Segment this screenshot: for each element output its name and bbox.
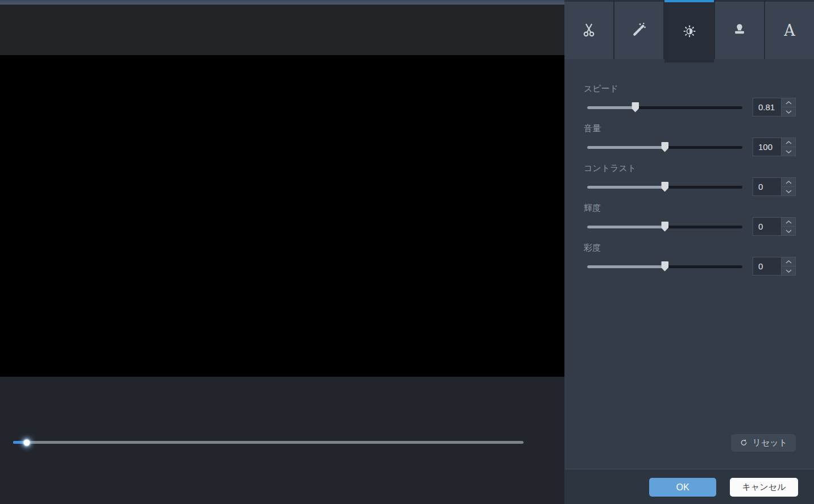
contrast-label: コントラスト xyxy=(584,163,796,174)
player-top-strip xyxy=(0,0,564,5)
spin-down-button[interactable] xyxy=(782,147,795,156)
tab-effect[interactable] xyxy=(614,0,663,59)
speed-row: スピード 0.81 xyxy=(564,83,814,116)
volume-input: 100 xyxy=(753,138,796,156)
brightness-slider[interactable] xyxy=(587,222,742,232)
spin-down-button[interactable] xyxy=(782,107,795,116)
volume-label: 音量 xyxy=(584,123,796,134)
saturation-input: 0 xyxy=(753,257,796,276)
reset-button[interactable]: リセット xyxy=(731,434,796,452)
spin-up-button[interactable] xyxy=(782,218,795,227)
saturation-slider[interactable] xyxy=(587,261,742,272)
slider-thumb[interactable] xyxy=(661,222,668,232)
player-upper-area xyxy=(0,5,564,55)
brightness-value[interactable]: 0 xyxy=(753,218,781,235)
seek-bar-thumb[interactable] xyxy=(24,439,30,445)
adjust-panel: A スピード 0.81 xyxy=(564,0,814,504)
brightness-contrast-icon xyxy=(682,23,697,41)
stamp-icon xyxy=(731,21,748,40)
player-control-area: 00:00:01 / 00:00:48 xyxy=(0,377,564,504)
scissors-icon xyxy=(580,21,597,40)
refresh-icon xyxy=(740,438,748,448)
spin-down-button[interactable] xyxy=(782,187,795,195)
contrast-input: 0 xyxy=(753,177,796,196)
adjustments-content: スピード 0.81 xyxy=(564,59,814,282)
slider-thumb[interactable] xyxy=(632,102,639,113)
letter-a-icon: A xyxy=(784,23,795,38)
video-editor-window: 00:00:01 / 00:00:48 xyxy=(0,0,814,504)
magic-wand-icon xyxy=(630,21,647,40)
spin-up-button[interactable] xyxy=(782,257,795,266)
slider-thumb[interactable] xyxy=(661,182,668,192)
tool-tabbar: A xyxy=(564,0,814,59)
volume-slider[interactable] xyxy=(587,142,742,152)
volume-value[interactable]: 100 xyxy=(753,138,781,156)
saturation-value[interactable]: 0 xyxy=(753,257,781,275)
brightness-label: 輝度 xyxy=(584,202,796,214)
speed-label: スピード xyxy=(584,83,796,94)
video-player-section: 00:00:01 / 00:00:48 xyxy=(0,0,564,504)
contrast-slider[interactable] xyxy=(587,182,742,192)
slider-fill xyxy=(587,146,665,149)
tab-text[interactable]: A xyxy=(765,0,814,59)
cancel-button[interactable]: キャンセル xyxy=(730,478,798,497)
volume-row: 音量 100 xyxy=(564,123,814,156)
spin-up-button[interactable] xyxy=(782,138,795,147)
tab-trim[interactable] xyxy=(564,0,613,59)
contrast-value[interactable]: 0 xyxy=(753,178,781,195)
ok-button[interactable]: OK xyxy=(649,478,716,497)
speed-input: 0.81 xyxy=(753,98,796,116)
slider-fill xyxy=(587,186,665,189)
spin-down-button[interactable] xyxy=(782,227,795,235)
video-preview xyxy=(0,55,564,377)
slider-fill xyxy=(587,226,665,228)
spin-up-button[interactable] xyxy=(782,178,795,187)
tab-watermark[interactable] xyxy=(715,0,764,59)
saturation-row: 彩度 0 xyxy=(564,242,814,276)
slider-thumb[interactable] xyxy=(661,261,668,272)
speed-value[interactable]: 0.81 xyxy=(753,98,781,116)
seek-bar[interactable] xyxy=(13,441,524,444)
slider-thumb[interactable] xyxy=(661,142,668,152)
spin-up-button[interactable] xyxy=(782,98,795,107)
slider-fill xyxy=(587,265,665,268)
panel-footer: OK キャンセル xyxy=(564,469,814,504)
saturation-label: 彩度 xyxy=(584,242,796,253)
spin-down-button[interactable] xyxy=(782,266,795,275)
reset-label: リセット xyxy=(753,438,787,448)
slider-fill xyxy=(587,106,636,109)
contrast-row: コントラスト 0 xyxy=(564,163,814,196)
brightness-input: 0 xyxy=(753,217,796,236)
speed-slider[interactable] xyxy=(587,102,742,113)
brightness-row: 輝度 0 xyxy=(564,202,814,236)
tab-adjust[interactable] xyxy=(665,0,713,63)
